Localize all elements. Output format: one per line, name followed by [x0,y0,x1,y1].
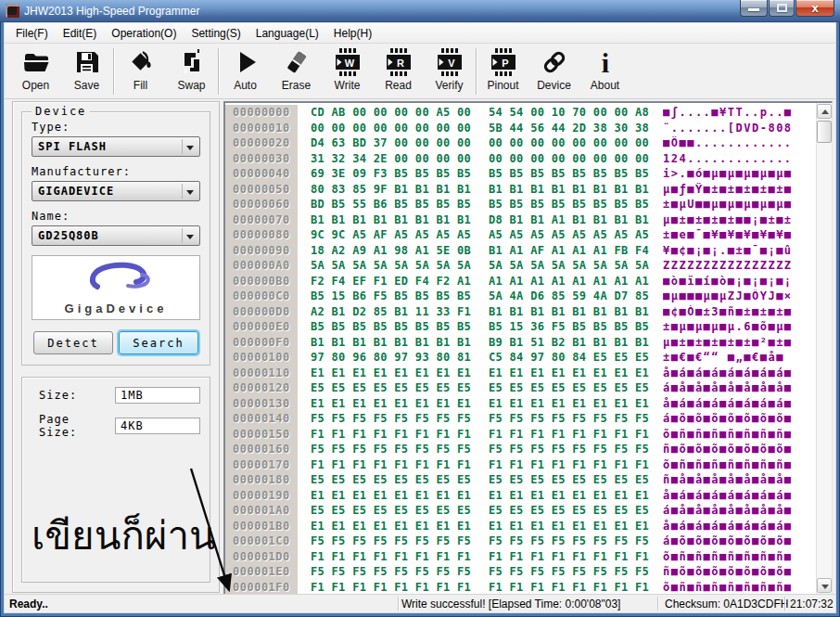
manufacturer-dropdown[interactable]: GIGADEVICE [32,181,200,201]
fill-button[interactable]: Fill [115,46,166,96]
detect-button[interactable]: Detect [33,331,113,354]
hex-bytes-group1: BD B5 55 B6 B5 B5 B5 B5 [311,198,479,211]
hex-row[interactable]: 00000150 F1 F1 F1 F1 F1 F1 F1 F1 F1 F1 F… [225,427,815,443]
menu-language[interactable]: Language(L) [248,24,326,43]
menu-operation[interactable]: Operation(O) [104,24,184,43]
svg-text:R: R [397,57,404,68]
close-button[interactable]: x [795,0,834,17]
pinout-button[interactable]: P Pinout [477,46,528,96]
hex-row[interactable]: 00000180 E5 E5 E5 E5 E5 E5 E5 E5 E5 E5 E… [225,472,815,488]
device-button[interactable]: Device [528,46,579,96]
menu-edit[interactable]: Edit(E) [56,24,105,43]
hex-bytes-group1: F5 F5 F5 F5 F5 F5 F5 F5 [311,443,479,456]
hex-ascii: á■õ■õ■õ■õ■õ■õ■õ■ [663,534,793,547]
hex-row-address: 00000050 [225,182,298,198]
hex-row[interactable]: 000000F0 B1 B1 B1 B1 B1 B1 B1 B1 B9 B1 5… [225,335,815,351]
hex-row[interactable]: 000001F0 F1 F1 F1 F1 F1 F1 F1 F1 F1 F1 F… [225,580,815,595]
hex-ascii: á■õ■õ■õ■õ■õ■õ■õ■ [663,412,793,425]
hex-bytes-group2: B1 B1 B1 B1 B1 B1 B1 B1 [489,305,657,318]
hex-bytes-group1: F1 F1 F1 F1 F1 F1 F1 F1 [311,581,479,594]
gigadevice-logo-text: GigaDevice [32,302,199,315]
hex-row[interactable]: 000001D0 F1 F1 F1 F1 F1 F1 F1 F1 F1 F1 F… [225,549,815,565]
hex-ascii: ñ■å■å■å■å■å■å■å■ [663,473,793,486]
hex-row[interactable]: 000000D0 A2 B1 D2 85 B1 11 33 F1 B1 B1 B… [225,304,815,320]
hex-row[interactable]: 000000B0 F2 F4 EF F1 ED F4 F2 A1 A1 A1 A… [225,274,815,289]
hex-bytes-group2: C5 84 97 80 84 E5 E5 E5 [489,351,657,364]
hex-row[interactable]: 00000010 00 00 00 00 00 00 00 00 5B 44 5… [225,121,815,136]
name-dropdown[interactable]: GD25Q80B [32,225,200,246]
hex-row[interactable]: 000001B0 E1 E1 E1 E1 E1 E1 E1 E1 E1 E1 E… [225,519,815,534]
menu-setting[interactable]: Setting(S) [184,24,248,43]
hex-row[interactable]: 00000020 D4 63 BD 37 00 00 00 00 00 00 0… [225,135,815,151]
hex-row[interactable]: 00000140 F5 F5 F5 F5 F5 F5 F5 F5 F5 F5 F… [225,411,815,427]
hex-bytes-group2: F5 F5 F5 F5 F5 F5 F5 F5 [489,443,657,456]
hex-row[interactable]: 00000120 E5 E5 E5 E5 E5 E5 E5 E5 E5 E5 E… [225,380,815,396]
svg-text:i: i [601,47,608,77]
hex-row[interactable]: 00000040 69 3E 09 F3 B5 B5 B5 B5 B5 B5 B… [225,166,815,182]
hex-row[interactable]: 00000000 CD AB 00 00 00 00 A5 00 54 54 0… [225,105,815,121]
size-field[interactable]: 1MB [115,387,200,404]
toolbar-separator [113,48,114,95]
type-dropdown[interactable]: SPI FLASH [32,136,200,157]
read-button[interactable]: R Read [373,46,424,96]
hex-row[interactable]: 00000130 E1 E1 E1 E1 E1 E1 E1 E1 E1 E1 E… [225,396,815,412]
maximize-button[interactable] [769,0,795,17]
hex-scrollbar[interactable] [816,103,832,594]
about-button[interactable]: i About [579,46,630,96]
menu-help[interactable]: Help(H) [326,24,379,43]
hex-row[interactable]: 000001E0 F5 F5 F5 F5 F5 F5 F5 F5 F5 F5 F… [225,564,815,580]
hex-row[interactable]: 000000C0 B5 15 B6 F5 B5 B5 B5 B5 5A 4A D… [225,289,815,304]
hex-row[interactable]: 00000090 18 A2 A9 A1 98 A1 5E 0B B1 A1 A… [225,243,815,259]
hex-ascii: å■á■á■á■á■á■á■á■ [663,397,793,410]
swap-button[interactable]: Swap [166,46,217,96]
scroll-down-button[interactable] [817,578,832,593]
hex-row[interactable]: 00000110 E1 E1 E1 E1 E1 E1 E1 E1 E1 E1 E… [225,366,815,381]
hex-ascii: å■á■á■á■á■á■á■á■ [663,489,793,502]
hex-row[interactable]: 000000A0 5A 5A 5A 5A 5A 5A 5A 5A 5A 5A 5… [225,258,815,274]
hex-row-address: 000001A0 [225,503,298,519]
save-button[interactable]: Save [61,46,112,96]
hex-row[interactable]: 00000060 BD B5 55 B6 B5 B5 B5 B5 B5 B5 B… [225,197,815,212]
hex-row[interactable]: 000001C0 F5 F5 F5 F5 F5 F5 F5 F5 F5 F5 F… [225,533,815,549]
verify-button[interactable]: V Verify [424,46,475,96]
status-ready: Ready.. [9,598,48,611]
open-button[interactable]: Open [10,46,61,96]
search-button[interactable]: Search [119,331,198,354]
hex-row[interactable]: 00000070 B1 B1 B1 B1 B1 B1 B1 B1 D8 B1 B… [225,212,815,228]
hex-viewer[interactable]: 00000000 CD AB 00 00 00 00 A5 00 54 54 0… [223,101,833,595]
hex-row[interactable]: 000000E0 B5 B5 B5 B5 B5 B5 B5 B5 B5 15 3… [225,319,815,335]
hex-row[interactable]: 000001A0 E5 E5 E5 E5 E5 E5 E5 E5 E5 E5 E… [225,503,815,519]
hex-ascii: ZZZZZZZZZZZZZZZZ [663,259,793,272]
chevron-down-icon [186,146,194,150]
hex-row[interactable]: 00000170 F1 F1 F1 F1 F1 F1 F1 F1 F1 F1 F… [225,457,815,473]
write-button[interactable]: W Write [322,46,373,96]
hex-bytes-group2: B1 A1 AF A1 A1 A1 FB F4 [489,244,657,257]
hex-bytes-group1: 97 80 96 80 97 93 80 81 [311,351,479,364]
hex-ascii: ■Ô■■............ [663,136,793,149]
erase-button[interactable]: Erase [271,46,322,96]
hex-row-address: 00000160 [225,442,298,457]
window-title: JHW2013 High-Speed Programmer [24,5,199,18]
page-size-field[interactable]: 4KB [115,418,200,434]
hex-row[interactable]: 00000190 E1 E1 E1 E1 E1 E1 E1 E1 E1 E1 E… [225,488,815,504]
hex-bytes-group2: 5B 44 56 44 2D 38 30 38 [489,122,657,135]
hex-ascii: ±■μU■■μ■μ■μ■μ■μ■ [663,198,793,211]
maximize-icon [777,4,787,12]
page-size-label: Page Size: [22,413,115,439]
minimize-button[interactable] [740,0,768,17]
hex-row[interactable]: 00000100 97 80 96 80 97 93 80 81 C5 84 9… [225,350,815,366]
hex-ascii: á■å■å■å■å■å■å■å■ [663,504,793,517]
scroll-up-button[interactable] [817,104,832,119]
scrollbar-thumb[interactable] [817,121,832,143]
hex-bytes-group2: 54 54 00 10 70 00 00 A8 [489,106,657,119]
menu-file[interactable]: File(F) [8,24,56,43]
hex-row[interactable]: 00000050 80 83 85 9F B1 B1 B1 B1 B1 B1 B… [225,182,815,198]
hex-bytes-group2: F1 F1 F1 F1 F1 F1 F1 F1 [489,458,657,471]
hex-row[interactable]: 00000080 9C 9C A5 AF A5 A5 A5 A5 A5 A5 A… [225,227,815,243]
hex-bytes-group1: B1 B1 B1 B1 B1 B1 B1 B1 [311,213,479,226]
auto-button[interactable]: Auto [220,46,271,96]
hex-bytes-group2: F5 F5 F5 F5 F5 F5 F5 F5 [489,412,657,425]
hex-row[interactable]: 00000030 31 32 34 2E 00 00 00 00 00 00 0… [225,151,815,167]
hex-row[interactable]: 00000160 F5 F5 F5 F5 F5 F5 F5 F5 F5 F5 F… [225,442,815,457]
name-label: Name: [32,210,210,223]
